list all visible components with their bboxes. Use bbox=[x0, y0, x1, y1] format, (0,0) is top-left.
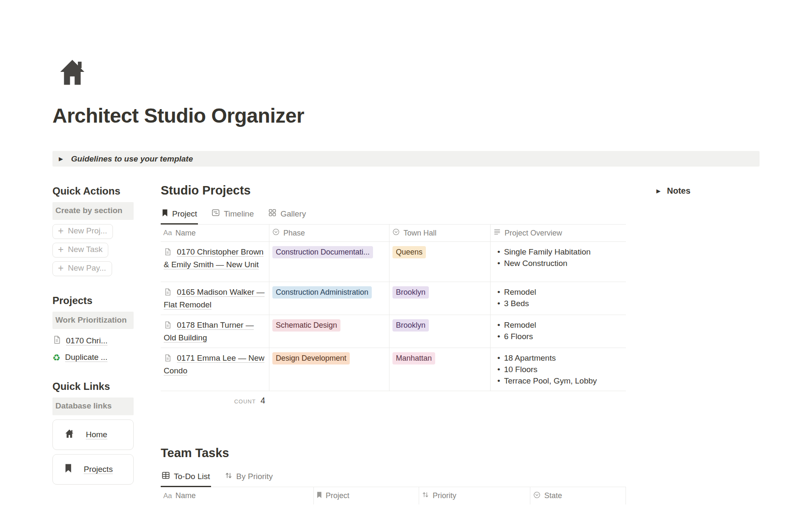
left-column: Quick Actions Create by section New Proj… bbox=[52, 181, 134, 485]
plus-icon bbox=[58, 263, 63, 273]
team-tasks-section: Team Tasks To-Do List bbox=[161, 446, 626, 504]
quick-actions-section: Quick Actions Create by section New Proj… bbox=[52, 185, 134, 276]
overview-cell[interactable]: Remodel 6 Floors bbox=[491, 315, 626, 348]
column-phase-label: Phase bbox=[283, 229, 305, 238]
phase-cell[interactable]: Construction Administration bbox=[269, 282, 390, 315]
text-style-icon: Aa bbox=[163, 492, 172, 500]
tab-gallery-label: Gallery bbox=[280, 209, 306, 219]
select-icon bbox=[272, 228, 280, 238]
bookmark-icon bbox=[162, 209, 168, 219]
sidebar-link-0170[interactable]: 0170 Chri... bbox=[52, 335, 134, 346]
notes-column: Notes bbox=[656, 181, 760, 196]
town-hall-cell[interactable]: Brooklyn bbox=[390, 282, 491, 315]
sort-icon bbox=[422, 491, 429, 501]
projects-heading: Projects bbox=[52, 295, 134, 307]
home-card[interactable]: Home bbox=[52, 419, 134, 450]
project-name-link[interactable]: 0171 Emma Lee — New Condo bbox=[164, 354, 264, 375]
tab-project-label: Project bbox=[172, 209, 197, 219]
recycle-icon bbox=[52, 353, 60, 362]
new-task-button[interactable]: New Task bbox=[52, 243, 108, 258]
new-payment-label: New Pay... bbox=[68, 263, 106, 273]
new-project-button[interactable]: New Proj... bbox=[52, 224, 113, 239]
phase-chip[interactable]: Design Development bbox=[272, 352, 350, 364]
town-hall-chip[interactable]: Brooklyn bbox=[392, 286, 429, 299]
overview-cell[interactable]: 18 Apartments 10 Floors Terrace Pool, Gy… bbox=[491, 348, 626, 391]
table-count-footer[interactable]: COUNT 4 bbox=[161, 391, 269, 406]
overview-item: Remodel bbox=[504, 319, 536, 331]
column-name-label: Name bbox=[176, 491, 196, 500]
projects-card[interactable]: Projects bbox=[52, 454, 134, 485]
town-hall-chip[interactable]: Brooklyn bbox=[392, 319, 429, 332]
phase-cell[interactable]: Schematic Design bbox=[269, 315, 390, 348]
table-icon bbox=[162, 471, 170, 482]
overview-item: 10 Floors bbox=[504, 364, 538, 375]
guidelines-label: Guidelines to use your template bbox=[71, 154, 193, 164]
column-project-label: Project bbox=[326, 491, 349, 500]
overview-cell[interactable]: Remodel 3 Beds bbox=[491, 282, 626, 315]
studio-projects-view-tabs: Project Timeline bbox=[161, 207, 626, 225]
tab-timeline-label: Timeline bbox=[224, 209, 254, 219]
projects-section: Projects Work Prioritization 0170 Chri..… bbox=[52, 295, 134, 362]
project-name-cell[interactable]: 0178 Ethan Turner — Old Building bbox=[161, 315, 269, 348]
column-header-phase[interactable]: Phase bbox=[269, 225, 390, 242]
column-priority-label: Priority bbox=[433, 491, 456, 500]
new-payment-button[interactable]: New Pay... bbox=[52, 261, 112, 276]
column-header-name[interactable]: Aa Name bbox=[161, 225, 269, 242]
guidelines-toggle[interactable]: Guidelines to use your template bbox=[52, 151, 760, 167]
tab-by-priority[interactable]: By Priority bbox=[224, 469, 274, 487]
column-state-label: State bbox=[544, 491, 562, 500]
gallery-icon bbox=[268, 208, 277, 219]
sidebar-link-duplicate-label: Duplicate ... bbox=[65, 353, 107, 362]
project-name-cell[interactable]: 0170 Christopher Brown & Emily Smith — N… bbox=[161, 242, 269, 282]
tab-to-do-list[interactable]: To-Do List bbox=[161, 469, 211, 487]
sort-icon bbox=[225, 471, 233, 482]
overview-item: Remodel bbox=[504, 286, 536, 298]
toggle-triangle-icon[interactable] bbox=[59, 156, 63, 162]
town-hall-cell[interactable]: Manhattan bbox=[390, 348, 491, 391]
page-icon bbox=[164, 355, 174, 364]
tab-timeline[interactable]: Timeline bbox=[211, 207, 255, 225]
home-icon[interactable] bbox=[57, 58, 760, 89]
quick-action-buttons: New Proj... New Task New Pay... bbox=[52, 224, 134, 276]
new-task-label: New Task bbox=[68, 245, 102, 254]
table-header-row: Aa Name Phase bbox=[161, 225, 626, 242]
page-icon bbox=[164, 322, 174, 331]
team-tasks-heading: Team Tasks bbox=[161, 446, 626, 460]
phase-cell[interactable]: Design Development bbox=[269, 348, 390, 391]
page-icon bbox=[164, 249, 174, 258]
column-header-name[interactable]: Aa Name bbox=[161, 487, 314, 504]
phase-cell[interactable]: Construction Documentati... bbox=[269, 242, 390, 282]
project-name-link[interactable]: 0165 Madison Walker — Flat Remodel bbox=[164, 288, 265, 309]
column-header-project[interactable]: Project bbox=[314, 487, 419, 504]
town-hall-cell[interactable]: Queens bbox=[390, 242, 491, 282]
studio-projects-table: Aa Name Phase bbox=[161, 225, 626, 391]
create-by-section-label: Create by section bbox=[52, 202, 134, 220]
town-hall-cell[interactable]: Brooklyn bbox=[390, 315, 491, 348]
sidebar-link-duplicate[interactable]: Duplicate ... bbox=[52, 353, 134, 362]
overview-cell[interactable]: Single Family Habitation New Constructio… bbox=[491, 242, 626, 282]
column-header-project-overview[interactable]: Project Overview bbox=[491, 225, 626, 242]
project-name-cell[interactable]: 0165 Madison Walker — Flat Remodel bbox=[161, 282, 269, 315]
toggle-triangle-icon[interactable] bbox=[656, 188, 661, 194]
home-card-label: Home bbox=[86, 430, 107, 439]
column-overview-label: Project Overview bbox=[505, 229, 562, 238]
project-name-link[interactable]: 0178 Ethan Turner — Old Building bbox=[164, 321, 254, 342]
overview-item: Terrace Pool, Gym, Lobby bbox=[504, 375, 597, 386]
town-hall-chip[interactable]: Queens bbox=[392, 246, 426, 258]
overview-item: 6 Floors bbox=[504, 331, 533, 342]
column-header-state[interactable]: State bbox=[530, 487, 626, 504]
column-header-town-hall[interactable]: Town Hall bbox=[390, 225, 491, 242]
project-name-cell[interactable]: 0171 Emma Lee — New Condo bbox=[161, 348, 269, 391]
tab-gallery[interactable]: Gallery bbox=[267, 207, 307, 225]
phase-chip[interactable]: Construction Documentati... bbox=[272, 246, 373, 258]
column-header-priority[interactable]: Priority bbox=[419, 487, 530, 504]
overview-item: New Construction bbox=[504, 258, 568, 269]
project-name-link[interactable]: 0170 Christopher Brown & Emily Smith — N… bbox=[164, 247, 263, 269]
overview-item: Single Family Habitation bbox=[504, 246, 591, 258]
phase-chip[interactable]: Construction Administration bbox=[272, 286, 372, 299]
notes-toggle[interactable]: Notes bbox=[656, 186, 760, 196]
town-hall-chip[interactable]: Manhattan bbox=[392, 352, 435, 364]
new-project-label: New Proj... bbox=[68, 226, 107, 236]
tab-project[interactable]: Project bbox=[161, 207, 198, 225]
phase-chip[interactable]: Schematic Design bbox=[272, 319, 340, 332]
